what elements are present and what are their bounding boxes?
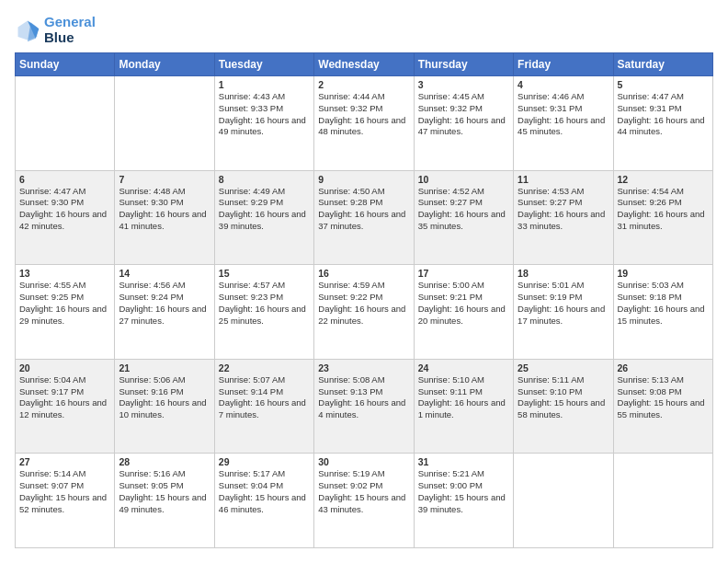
sunset-text: Sunset: 9:31 PM [618, 103, 682, 113]
sunset-text: Sunset: 9:31 PM [518, 103, 582, 113]
cell-content: Sunrise: 4:57 AMSunset: 9:23 PMDaylight:… [219, 280, 310, 327]
sunset-text: Sunset: 9:08 PM [618, 386, 682, 396]
cell-content: Sunrise: 4:56 AMSunset: 9:24 PMDaylight:… [119, 280, 210, 327]
sunset-text: Sunset: 9:26 PM [618, 197, 682, 207]
day-number: 4 [518, 79, 609, 90]
daylight-text: Daylight: 16 hours and 15 minutes. [618, 304, 705, 326]
sunset-text: Sunset: 9:21 PM [418, 292, 483, 302]
cell-content: Sunrise: 4:54 AMSunset: 9:26 PMDaylight:… [618, 186, 709, 233]
day-number: 19 [618, 268, 709, 279]
sunrise-text: Sunrise: 4:57 AM [219, 280, 285, 290]
sunset-text: Sunset: 9:25 PM [19, 292, 84, 302]
calendar-cell: 19Sunrise: 5:03 AMSunset: 9:18 PMDayligh… [613, 265, 712, 360]
daylight-text: Daylight: 15 hours and 43 minutes. [318, 492, 405, 514]
calendar-cell [613, 454, 712, 548]
calendar-cell: 11Sunrise: 4:53 AMSunset: 9:27 PMDayligh… [514, 170, 613, 265]
sunrise-text: Sunrise: 5:08 AM [318, 374, 384, 385]
calendar-cell: 12Sunrise: 4:54 AMSunset: 9:26 PMDayligh… [613, 170, 712, 265]
cell-content: Sunrise: 5:17 AMSunset: 9:04 PMDaylight:… [219, 468, 310, 515]
cell-content: Sunrise: 5:19 AMSunset: 9:02 PMDaylight:… [318, 468, 409, 515]
sunrise-text: Sunrise: 5:01 AM [518, 280, 584, 290]
day-number: 6 [19, 174, 110, 185]
daylight-text: Daylight: 16 hours and 7 minutes. [219, 397, 306, 419]
daylight-text: Daylight: 16 hours and 45 minutes. [518, 115, 605, 137]
calendar-cell: 14Sunrise: 4:56 AMSunset: 9:24 PMDayligh… [115, 265, 214, 360]
calendar-table: SundayMondayTuesdayWednesdayThursdayFrid… [15, 52, 713, 548]
cell-content: Sunrise: 5:14 AMSunset: 9:07 PMDaylight:… [19, 468, 110, 515]
sunrise-text: Sunrise: 4:56 AM [119, 280, 185, 290]
sunrise-text: Sunrise: 5:21 AM [418, 468, 484, 478]
day-number: 21 [119, 362, 210, 373]
daylight-text: Daylight: 16 hours and 25 minutes. [219, 304, 306, 326]
sunrise-text: Sunrise: 4:49 AM [219, 186, 285, 196]
cell-content: Sunrise: 5:11 AMSunset: 9:10 PMDaylight:… [518, 374, 609, 421]
calendar-cell: 6Sunrise: 4:47 AMSunset: 9:30 PMDaylight… [16, 170, 115, 265]
daylight-text: Daylight: 15 hours and 49 minutes. [119, 492, 206, 514]
calendar-cell: 31Sunrise: 5:21 AMSunset: 9:00 PMDayligh… [414, 454, 513, 548]
calendar-cell: 2Sunrise: 4:44 AMSunset: 9:32 PMDaylight… [314, 76, 414, 171]
daylight-text: Daylight: 16 hours and 31 minutes. [618, 209, 705, 231]
cell-content: Sunrise: 5:03 AMSunset: 9:18 PMDaylight:… [618, 280, 709, 327]
sunrise-text: Sunrise: 5:11 AM [518, 374, 584, 385]
day-number: 31 [418, 456, 509, 467]
cell-content: Sunrise: 4:45 AMSunset: 9:32 PMDaylight:… [418, 91, 509, 138]
sunrise-text: Sunrise: 5:19 AM [318, 468, 384, 478]
calendar-cell: 13Sunrise: 4:55 AMSunset: 9:25 PMDayligh… [16, 265, 115, 360]
sunrise-text: Sunrise: 4:47 AM [618, 91, 684, 101]
daylight-text: Daylight: 15 hours and 39 minutes. [418, 492, 506, 514]
daylight-text: Daylight: 16 hours and 22 minutes. [318, 304, 405, 326]
sunset-text: Sunset: 9:32 PM [418, 103, 483, 113]
sunset-text: Sunset: 9:19 PM [518, 292, 582, 302]
sunrise-text: Sunrise: 5:06 AM [119, 374, 185, 385]
calendar-cell: 1Sunrise: 4:43 AMSunset: 9:33 PMDaylight… [214, 76, 313, 171]
cell-content: Sunrise: 4:47 AMSunset: 9:31 PMDaylight:… [618, 91, 709, 138]
cell-content: Sunrise: 5:13 AMSunset: 9:08 PMDaylight:… [618, 374, 709, 421]
sunrise-text: Sunrise: 5:04 AM [19, 374, 85, 385]
daylight-text: Daylight: 16 hours and 47 minutes. [418, 115, 506, 137]
day-number: 24 [418, 362, 509, 373]
calendar-cell: 30Sunrise: 5:19 AMSunset: 9:02 PMDayligh… [314, 454, 414, 548]
cell-content: Sunrise: 4:59 AMSunset: 9:22 PMDaylight:… [318, 280, 409, 327]
daylight-text: Daylight: 16 hours and 27 minutes. [119, 304, 206, 326]
sunset-text: Sunset: 9:04 PM [219, 480, 283, 490]
sunrise-text: Sunrise: 5:13 AM [618, 374, 684, 385]
sunset-text: Sunset: 9:22 PM [318, 292, 382, 302]
calendar-cell: 15Sunrise: 4:57 AMSunset: 9:23 PMDayligh… [214, 265, 313, 360]
daylight-text: Daylight: 16 hours and 42 minutes. [19, 209, 107, 231]
daylight-text: Daylight: 16 hours and 29 minutes. [19, 304, 107, 326]
week-row-2: 6Sunrise: 4:47 AMSunset: 9:30 PMDaylight… [16, 170, 713, 265]
sunset-text: Sunset: 9:13 PM [318, 386, 382, 396]
day-number: 18 [518, 268, 609, 279]
sunset-text: Sunset: 9:18 PM [618, 292, 682, 302]
header: General Blue [15, 15, 713, 45]
day-number: 29 [219, 456, 310, 467]
calendar-cell [514, 454, 613, 548]
cell-content: Sunrise: 4:49 AMSunset: 9:29 PMDaylight:… [219, 186, 310, 233]
sunrise-text: Sunrise: 4:54 AM [618, 186, 684, 196]
week-row-3: 13Sunrise: 4:55 AMSunset: 9:25 PMDayligh… [16, 265, 713, 360]
day-number: 5 [618, 79, 709, 90]
page: General Blue SundayMondayTuesdayWednesda… [0, 0, 728, 563]
daylight-text: Daylight: 16 hours and 37 minutes. [318, 209, 405, 231]
sunrise-text: Sunrise: 5:10 AM [418, 374, 484, 385]
day-number: 13 [19, 268, 110, 279]
sunset-text: Sunset: 9:27 PM [518, 197, 582, 207]
cell-content: Sunrise: 5:04 AMSunset: 9:17 PMDaylight:… [19, 374, 110, 421]
daylight-text: Daylight: 16 hours and 4 minutes. [318, 397, 405, 419]
cell-content: Sunrise: 4:53 AMSunset: 9:27 PMDaylight:… [518, 186, 609, 233]
sunset-text: Sunset: 9:24 PM [119, 292, 183, 302]
daylight-text: Daylight: 16 hours and 35 minutes. [418, 209, 506, 231]
sunrise-text: Sunrise: 4:48 AM [119, 186, 185, 196]
day-number: 25 [518, 362, 609, 373]
sunset-text: Sunset: 9:05 PM [119, 480, 183, 490]
daylight-text: Daylight: 16 hours and 39 minutes. [219, 209, 306, 231]
daylight-text: Daylight: 16 hours and 48 minutes. [318, 115, 405, 137]
day-header-wednesday: Wednesday [314, 53, 414, 76]
sunset-text: Sunset: 9:29 PM [219, 197, 283, 207]
calendar-cell: 5Sunrise: 4:47 AMSunset: 9:31 PMDaylight… [613, 76, 712, 171]
sunrise-text: Sunrise: 4:52 AM [418, 186, 484, 196]
sunset-text: Sunset: 9:17 PM [19, 386, 84, 396]
cell-content: Sunrise: 4:52 AMSunset: 9:27 PMDaylight:… [418, 186, 509, 233]
sunrise-text: Sunrise: 4:47 AM [19, 186, 85, 196]
cell-content: Sunrise: 5:06 AMSunset: 9:16 PMDaylight:… [119, 374, 210, 421]
